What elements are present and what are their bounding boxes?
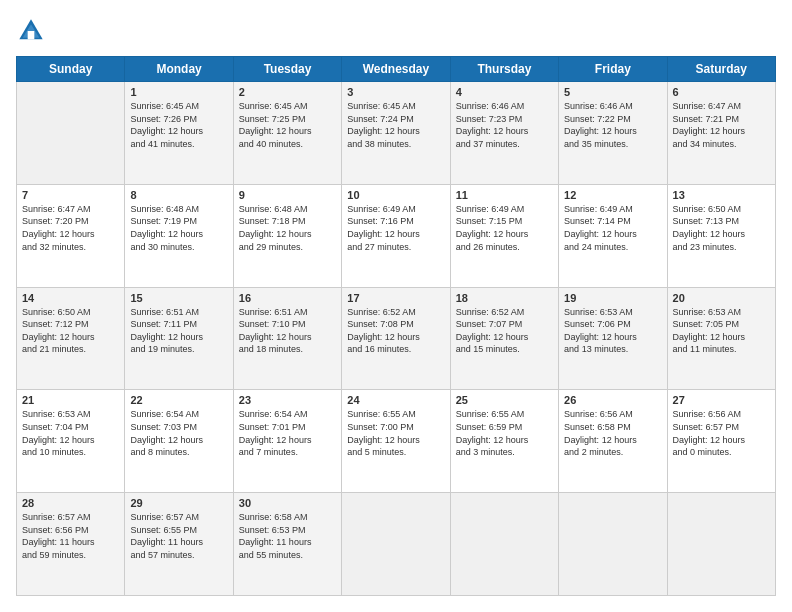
day-number: 25 (456, 394, 553, 406)
day-number: 8 (130, 189, 227, 201)
day-info: Sunrise: 6:54 AM Sunset: 7:01 PM Dayligh… (239, 408, 336, 458)
calendar-day-cell: 1Sunrise: 6:45 AM Sunset: 7:26 PM Daylig… (125, 82, 233, 185)
logo-icon (16, 16, 46, 46)
day-number: 14 (22, 292, 119, 304)
calendar-day-cell: 26Sunrise: 6:56 AM Sunset: 6:58 PM Dayli… (559, 390, 667, 493)
day-number: 30 (239, 497, 336, 509)
calendar-week-row: 1Sunrise: 6:45 AM Sunset: 7:26 PM Daylig… (17, 82, 776, 185)
day-info: Sunrise: 6:47 AM Sunset: 7:21 PM Dayligh… (673, 100, 770, 150)
day-info: Sunrise: 6:50 AM Sunset: 7:12 PM Dayligh… (22, 306, 119, 356)
calendar-col-header: Friday (559, 57, 667, 82)
calendar-day-cell: 28Sunrise: 6:57 AM Sunset: 6:56 PM Dayli… (17, 493, 125, 596)
day-number: 13 (673, 189, 770, 201)
day-number: 9 (239, 189, 336, 201)
day-number: 7 (22, 189, 119, 201)
calendar-day-cell: 18Sunrise: 6:52 AM Sunset: 7:07 PM Dayli… (450, 287, 558, 390)
day-number: 19 (564, 292, 661, 304)
calendar-day-cell: 3Sunrise: 6:45 AM Sunset: 7:24 PM Daylig… (342, 82, 450, 185)
calendar-day-cell (17, 82, 125, 185)
calendar-week-row: 28Sunrise: 6:57 AM Sunset: 6:56 PM Dayli… (17, 493, 776, 596)
calendar-day-cell: 11Sunrise: 6:49 AM Sunset: 7:15 PM Dayli… (450, 184, 558, 287)
day-number: 21 (22, 394, 119, 406)
day-number: 15 (130, 292, 227, 304)
day-number: 5 (564, 86, 661, 98)
day-info: Sunrise: 6:54 AM Sunset: 7:03 PM Dayligh… (130, 408, 227, 458)
day-info: Sunrise: 6:47 AM Sunset: 7:20 PM Dayligh… (22, 203, 119, 253)
calendar-col-header: Saturday (667, 57, 775, 82)
day-info: Sunrise: 6:56 AM Sunset: 6:58 PM Dayligh… (564, 408, 661, 458)
calendar-day-cell: 6Sunrise: 6:47 AM Sunset: 7:21 PM Daylig… (667, 82, 775, 185)
day-number: 18 (456, 292, 553, 304)
day-info: Sunrise: 6:57 AM Sunset: 6:55 PM Dayligh… (130, 511, 227, 561)
calendar-week-row: 7Sunrise: 6:47 AM Sunset: 7:20 PM Daylig… (17, 184, 776, 287)
calendar-day-cell (450, 493, 558, 596)
calendar-col-header: Wednesday (342, 57, 450, 82)
calendar-day-cell: 19Sunrise: 6:53 AM Sunset: 7:06 PM Dayli… (559, 287, 667, 390)
calendar-day-cell: 27Sunrise: 6:56 AM Sunset: 6:57 PM Dayli… (667, 390, 775, 493)
calendar-col-header: Monday (125, 57, 233, 82)
calendar-week-row: 21Sunrise: 6:53 AM Sunset: 7:04 PM Dayli… (17, 390, 776, 493)
calendar-day-cell: 4Sunrise: 6:46 AM Sunset: 7:23 PM Daylig… (450, 82, 558, 185)
day-number: 3 (347, 86, 444, 98)
day-number: 6 (673, 86, 770, 98)
day-info: Sunrise: 6:51 AM Sunset: 7:11 PM Dayligh… (130, 306, 227, 356)
calendar-day-cell: 9Sunrise: 6:48 AM Sunset: 7:18 PM Daylig… (233, 184, 341, 287)
day-info: Sunrise: 6:56 AM Sunset: 6:57 PM Dayligh… (673, 408, 770, 458)
day-info: Sunrise: 6:49 AM Sunset: 7:14 PM Dayligh… (564, 203, 661, 253)
day-number: 24 (347, 394, 444, 406)
day-info: Sunrise: 6:45 AM Sunset: 7:25 PM Dayligh… (239, 100, 336, 150)
logo (16, 16, 50, 46)
day-info: Sunrise: 6:53 AM Sunset: 7:06 PM Dayligh… (564, 306, 661, 356)
calendar-col-header: Thursday (450, 57, 558, 82)
day-info: Sunrise: 6:46 AM Sunset: 7:22 PM Dayligh… (564, 100, 661, 150)
day-number: 12 (564, 189, 661, 201)
day-info: Sunrise: 6:53 AM Sunset: 7:04 PM Dayligh… (22, 408, 119, 458)
page: SundayMondayTuesdayWednesdayThursdayFrid… (0, 0, 792, 612)
day-info: Sunrise: 6:46 AM Sunset: 7:23 PM Dayligh… (456, 100, 553, 150)
calendar-day-cell: 12Sunrise: 6:49 AM Sunset: 7:14 PM Dayli… (559, 184, 667, 287)
calendar-day-cell: 5Sunrise: 6:46 AM Sunset: 7:22 PM Daylig… (559, 82, 667, 185)
calendar-day-cell: 21Sunrise: 6:53 AM Sunset: 7:04 PM Dayli… (17, 390, 125, 493)
header (16, 16, 776, 46)
calendar-day-cell: 24Sunrise: 6:55 AM Sunset: 7:00 PM Dayli… (342, 390, 450, 493)
day-number: 27 (673, 394, 770, 406)
calendar-day-cell: 2Sunrise: 6:45 AM Sunset: 7:25 PM Daylig… (233, 82, 341, 185)
day-info: Sunrise: 6:57 AM Sunset: 6:56 PM Dayligh… (22, 511, 119, 561)
day-number: 26 (564, 394, 661, 406)
day-number: 4 (456, 86, 553, 98)
day-info: Sunrise: 6:52 AM Sunset: 7:07 PM Dayligh… (456, 306, 553, 356)
day-info: Sunrise: 6:48 AM Sunset: 7:18 PM Dayligh… (239, 203, 336, 253)
calendar-table: SundayMondayTuesdayWednesdayThursdayFrid… (16, 56, 776, 596)
day-number: 2 (239, 86, 336, 98)
day-info: Sunrise: 6:45 AM Sunset: 7:24 PM Dayligh… (347, 100, 444, 150)
calendar-day-cell: 23Sunrise: 6:54 AM Sunset: 7:01 PM Dayli… (233, 390, 341, 493)
day-info: Sunrise: 6:49 AM Sunset: 7:16 PM Dayligh… (347, 203, 444, 253)
day-info: Sunrise: 6:52 AM Sunset: 7:08 PM Dayligh… (347, 306, 444, 356)
day-info: Sunrise: 6:50 AM Sunset: 7:13 PM Dayligh… (673, 203, 770, 253)
calendar-day-cell (342, 493, 450, 596)
calendar-col-header: Tuesday (233, 57, 341, 82)
svg-rect-2 (28, 31, 35, 39)
day-info: Sunrise: 6:51 AM Sunset: 7:10 PM Dayligh… (239, 306, 336, 356)
day-info: Sunrise: 6:58 AM Sunset: 6:53 PM Dayligh… (239, 511, 336, 561)
day-number: 20 (673, 292, 770, 304)
calendar-day-cell: 20Sunrise: 6:53 AM Sunset: 7:05 PM Dayli… (667, 287, 775, 390)
calendar-day-cell: 14Sunrise: 6:50 AM Sunset: 7:12 PM Dayli… (17, 287, 125, 390)
day-number: 10 (347, 189, 444, 201)
calendar-week-row: 14Sunrise: 6:50 AM Sunset: 7:12 PM Dayli… (17, 287, 776, 390)
calendar-day-cell (667, 493, 775, 596)
calendar-day-cell (559, 493, 667, 596)
day-info: Sunrise: 6:53 AM Sunset: 7:05 PM Dayligh… (673, 306, 770, 356)
calendar-day-cell: 10Sunrise: 6:49 AM Sunset: 7:16 PM Dayli… (342, 184, 450, 287)
day-number: 1 (130, 86, 227, 98)
calendar-day-cell: 30Sunrise: 6:58 AM Sunset: 6:53 PM Dayli… (233, 493, 341, 596)
calendar-header-row: SundayMondayTuesdayWednesdayThursdayFrid… (17, 57, 776, 82)
calendar-day-cell: 29Sunrise: 6:57 AM Sunset: 6:55 PM Dayli… (125, 493, 233, 596)
calendar-day-cell: 16Sunrise: 6:51 AM Sunset: 7:10 PM Dayli… (233, 287, 341, 390)
day-info: Sunrise: 6:49 AM Sunset: 7:15 PM Dayligh… (456, 203, 553, 253)
day-info: Sunrise: 6:55 AM Sunset: 6:59 PM Dayligh… (456, 408, 553, 458)
day-number: 22 (130, 394, 227, 406)
day-info: Sunrise: 6:45 AM Sunset: 7:26 PM Dayligh… (130, 100, 227, 150)
calendar-day-cell: 22Sunrise: 6:54 AM Sunset: 7:03 PM Dayli… (125, 390, 233, 493)
day-info: Sunrise: 6:48 AM Sunset: 7:19 PM Dayligh… (130, 203, 227, 253)
